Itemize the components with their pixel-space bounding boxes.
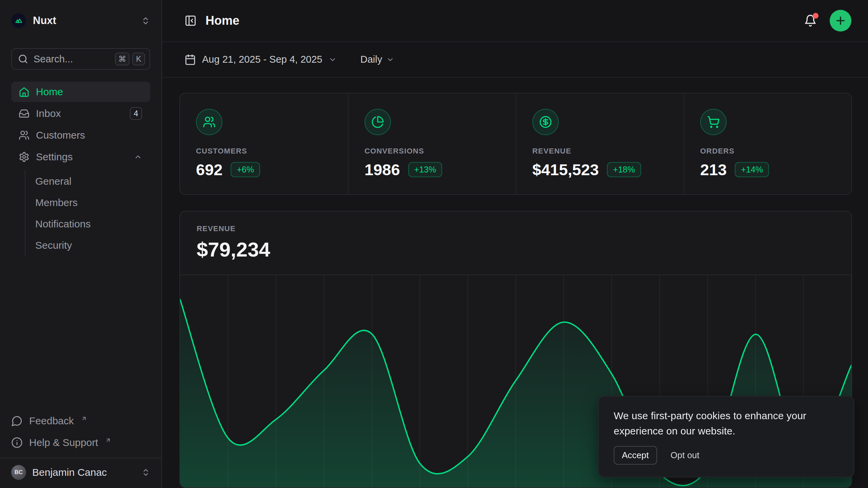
chevrons-up-down-icon[interactable] xyxy=(141,16,150,25)
date-range-picker[interactable]: Aug 21, 2025 - Sep 4, 2025 xyxy=(184,54,337,65)
user-menu[interactable]: BC Benjamin Canac xyxy=(0,458,161,488)
page-title: Home xyxy=(205,14,239,28)
sidebar-item-inbox[interactable]: Inbox 4 xyxy=(11,103,150,124)
search-placeholder: Search... xyxy=(34,54,110,65)
kbd-command: ⌘ xyxy=(115,53,130,65)
workspace-switcher[interactable]: Nuxt xyxy=(11,13,150,28)
arrow-up-right-icon xyxy=(81,415,87,422)
sidebar-item-settings[interactable]: Settings xyxy=(11,147,150,167)
chevron-down-icon xyxy=(329,56,337,64)
unread-dot xyxy=(813,13,818,19)
stat-label: ORDERS xyxy=(700,147,838,156)
users-icon xyxy=(19,130,29,141)
sidebar-nav: Home Inbox 4 Customers xyxy=(11,82,150,257)
info-icon xyxy=(11,437,23,448)
chevrons-up-down-icon xyxy=(141,468,150,477)
settings-icon xyxy=(19,151,29,162)
stat-value: $415,523 xyxy=(532,160,599,179)
avatar: BC xyxy=(11,465,26,480)
feedback-link[interactable]: Feedback xyxy=(11,414,150,428)
revenue-chart-total: $79,234 xyxy=(197,238,851,261)
search-icon xyxy=(18,54,28,64)
stat-label: CONVERSIONS xyxy=(364,147,502,156)
sidebar-item-security[interactable]: Security xyxy=(35,235,150,256)
stat-delta-badge: +6% xyxy=(231,162,260,177)
sidebar-spacer xyxy=(11,257,150,414)
feedback-label: Feedback xyxy=(29,415,74,427)
sidebar-inner: Nuxt Search... ⌘ K xyxy=(0,0,161,458)
stat-value: 213 xyxy=(700,160,727,179)
sidebar-item-label: Customers xyxy=(36,129,142,141)
granularity-dropdown[interactable]: Daily xyxy=(360,54,394,65)
stat-label: CUSTOMERS xyxy=(196,147,334,156)
sidebar-item-label: Home xyxy=(36,86,142,98)
search-input[interactable]: Search... ⌘ K xyxy=(11,48,150,70)
stat-card-conversions[interactable]: CONVERSIONS 1986 +13% xyxy=(348,94,516,194)
panel-left-close-icon[interactable] xyxy=(184,15,197,27)
revenue-chart-header: REVENUE $79,234 xyxy=(180,211,851,261)
calendar-icon xyxy=(184,54,196,65)
user-name: Benjamin Canac xyxy=(32,467,107,478)
arrow-up-right-icon xyxy=(105,437,111,443)
stat-value: 692 xyxy=(196,160,222,179)
stat-card-customers[interactable]: CUSTOMERS 692 +6% xyxy=(180,94,348,194)
workspace-name: Nuxt xyxy=(33,15,56,27)
add-button[interactable] xyxy=(830,10,851,32)
stat-card-revenue[interactable]: REVENUE $415,523 +18% xyxy=(516,94,684,194)
header-actions xyxy=(804,10,851,32)
sidebar-item-notifications[interactable]: Notifications xyxy=(35,213,150,235)
stat-value: 1986 xyxy=(364,160,400,179)
nuxt-logo-icon xyxy=(11,13,26,28)
stat-card-orders[interactable]: ORDERS 213 +14% xyxy=(684,94,851,194)
sidebar-footer-links: Feedback Help & Support xyxy=(11,414,150,449)
chevron-down-icon xyxy=(386,56,394,64)
plus-icon xyxy=(834,15,847,27)
kbd-k: K xyxy=(132,53,145,65)
search-shortcut: ⌘ K xyxy=(115,53,145,65)
message-circle-icon xyxy=(11,415,23,427)
settings-subnav: General Members Notifications Security xyxy=(25,170,150,256)
stat-delta-badge: +14% xyxy=(735,162,769,177)
cookie-actions: Accept Opt out xyxy=(614,446,839,465)
sidebar-item-label: Settings xyxy=(36,151,127,163)
chevron-up-icon xyxy=(134,153,142,161)
revenue-chart-label: REVENUE xyxy=(197,224,851,233)
pie-chart-icon xyxy=(364,109,391,135)
circle-dollar-icon xyxy=(532,109,559,135)
sidebar-item-general[interactable]: General xyxy=(35,170,150,192)
inbox-icon xyxy=(19,108,29,119)
toolbar: Aug 21, 2025 - Sep 4, 2025 Daily xyxy=(162,42,868,78)
shopping-cart-icon xyxy=(700,109,727,135)
sidebar-item-home[interactable]: Home xyxy=(11,82,150,102)
app-root: Nuxt Search... ⌘ K xyxy=(0,0,868,488)
sidebar-item-label: Inbox xyxy=(36,108,123,119)
date-range-label: Aug 21, 2025 - Sep 4, 2025 xyxy=(202,54,322,65)
help-support-label: Help & Support xyxy=(29,437,98,448)
users-icon xyxy=(196,109,222,135)
stats-grid: CUSTOMERS 692 +6% CONVERSIONS 1986 +13% xyxy=(179,93,852,195)
opt-out-button[interactable]: Opt out xyxy=(671,450,699,461)
cookie-banner: We use first-party cookies to enhance yo… xyxy=(598,396,854,477)
stat-label: REVENUE xyxy=(532,147,670,156)
stat-delta-badge: +13% xyxy=(408,162,442,177)
sidebar-item-customers[interactable]: Customers xyxy=(11,125,150,145)
stat-delta-badge: +18% xyxy=(607,162,641,177)
granularity-label: Daily xyxy=(360,54,382,65)
inbox-unread-badge: 4 xyxy=(130,107,142,120)
sidebar: Nuxt Search... ⌘ K xyxy=(0,0,162,488)
help-support-link[interactable]: Help & Support xyxy=(11,436,150,449)
notifications-button[interactable] xyxy=(804,14,817,27)
cookie-message: We use first-party cookies to enhance yo… xyxy=(614,408,839,439)
home-icon xyxy=(19,86,29,97)
accept-button[interactable]: Accept xyxy=(614,446,657,465)
sidebar-item-members[interactable]: Members xyxy=(35,192,150,213)
page-header: Home xyxy=(162,0,868,42)
